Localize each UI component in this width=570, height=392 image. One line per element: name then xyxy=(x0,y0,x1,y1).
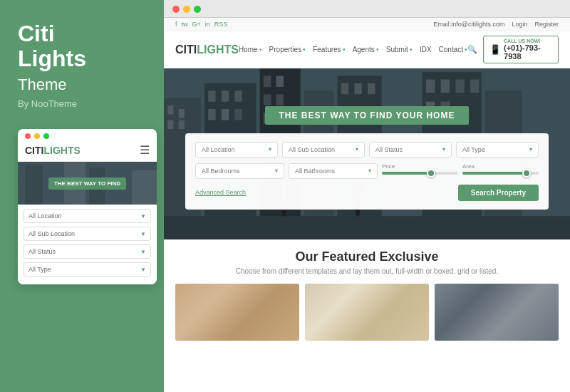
price-label: Price xyxy=(382,163,458,170)
googleplus-icon[interactable]: G+ xyxy=(192,21,201,28)
property-card-1[interactable] xyxy=(175,284,299,341)
website-content: f tw G+ in RSS Email:info@citilights.com… xyxy=(164,18,570,392)
phone-label: CALL US NOW! xyxy=(504,38,552,43)
mobile-status-arrow: ▼ xyxy=(140,249,146,255)
bathrooms-arrow: ▾ xyxy=(368,167,371,174)
mobile-logo-accent: LIGHTS xyxy=(43,145,80,156)
site-nav: Home ▾ Properties ▾ Features ▾ Agents ▾ … xyxy=(239,46,467,53)
area-range-thumb[interactable] xyxy=(522,169,531,177)
browser-chrome xyxy=(164,0,570,18)
property-grid xyxy=(175,284,559,341)
browser-dot-green xyxy=(194,6,201,13)
bedrooms-arrow: ▾ xyxy=(275,167,278,174)
nav-properties-label: Properties xyxy=(269,46,302,53)
nav-submit-label: Submit xyxy=(386,46,408,53)
nav-submit[interactable]: Submit ▾ xyxy=(386,46,413,53)
price-range-thumb[interactable] xyxy=(427,169,435,177)
site-logo: CITILIGHTS xyxy=(175,43,239,56)
header-search-icon[interactable]: 🔍 xyxy=(467,45,477,54)
area-range-group: Area xyxy=(462,163,539,179)
hero-content: THE BEST WAY TO FIND YOUR HOME All Locat… xyxy=(164,99,570,210)
featured-section: Our Featured Exclusive Choose from diffe… xyxy=(164,239,570,392)
mobile-nav: CITILIGHTS ☰ xyxy=(18,139,157,162)
mobile-hero-text: THE BEST WAY TO FIND xyxy=(48,177,126,190)
site-header: CITILIGHTS Home ▾ Properties ▾ Features … xyxy=(164,31,570,68)
mobile-hamburger-icon[interactable]: ☰ xyxy=(140,143,150,157)
mobile-location-label: All Location xyxy=(28,212,62,220)
area-range-track[interactable] xyxy=(462,172,539,175)
nav-idx[interactable]: IDX xyxy=(420,46,432,53)
nav-contact[interactable]: Contact ▾ xyxy=(439,46,467,53)
hero-section: THE BEST WAY TO FIND YOUR HOME All Locat… xyxy=(164,68,570,239)
nav-features[interactable]: Features ▾ xyxy=(313,46,345,53)
location-select[interactable]: All Location ▾ xyxy=(195,142,278,158)
topbar-left: f tw G+ in RSS xyxy=(175,21,227,28)
mobile-sublocation-label: All Sub Location xyxy=(28,230,75,237)
phone-icon: 📱 xyxy=(489,44,501,55)
property-card-3[interactable] xyxy=(435,284,559,341)
brand-by: By NooTheme xyxy=(18,98,146,109)
mobile-dot-yellow xyxy=(34,133,40,139)
type-arrow: ▾ xyxy=(529,146,532,153)
nav-agents-label: Agents xyxy=(353,46,375,53)
mobile-dot-green xyxy=(43,133,49,139)
nav-agents[interactable]: Agents ▾ xyxy=(353,46,379,53)
sublocation-select[interactable]: All Sub Location ▾ xyxy=(282,142,365,158)
type-label: All Type xyxy=(462,146,485,153)
site-header-right: 🔍 📱 CALL US NOW! (+01)-793-7938 xyxy=(467,36,559,63)
browser-dot-yellow xyxy=(183,6,190,13)
search-row-1: All Location ▾ All Sub Location ▾ All St… xyxy=(195,142,539,158)
twitter-icon[interactable]: tw xyxy=(182,21,188,28)
mobile-dot-red xyxy=(25,133,31,139)
advanced-search-link[interactable]: Advanced Search xyxy=(195,189,246,196)
featured-title: Our Featured Exclusive xyxy=(175,249,559,264)
mobile-location-select[interactable]: All Location ▼ xyxy=(24,209,151,223)
login-link[interactable]: Login xyxy=(512,21,527,28)
hero-tagline: THE BEST WAY TO FIND YOUR HOME xyxy=(265,106,470,125)
mobile-type-arrow: ▼ xyxy=(140,267,146,273)
topbar-email: Email:info@citilights.com xyxy=(433,21,504,28)
left-panel: CitiLights Theme By NooTheme CITILIGHTS … xyxy=(0,0,164,392)
mobile-form: All Location ▼ All Sub Location ▼ All St… xyxy=(18,205,157,284)
status-arrow: ▾ xyxy=(442,146,445,153)
nav-properties[interactable]: Properties ▾ xyxy=(269,46,306,53)
sublocation-arrow: ▾ xyxy=(356,146,358,153)
linkedin-icon[interactable]: in xyxy=(205,21,210,28)
mobile-browser-bar xyxy=(18,129,157,139)
rss-icon[interactable]: RSS xyxy=(214,21,228,28)
search-row-2: All Bedrooms ▾ All Bathrooms ▾ Price xyxy=(195,163,539,179)
brand-subtitle: Theme xyxy=(18,76,146,94)
property-card-2[interactable] xyxy=(305,284,429,341)
search-box: All Location ▾ All Sub Location ▾ All St… xyxy=(185,133,549,210)
site-topbar: f tw G+ in RSS Email:info@citilights.com… xyxy=(164,18,570,31)
mobile-type-select[interactable]: All Type ▼ xyxy=(24,262,151,277)
phone-box: 📱 CALL US NOW! (+01)-793-7938 xyxy=(483,36,559,63)
nav-properties-arrow: ▾ xyxy=(303,47,306,53)
status-select[interactable]: All Status ▾ xyxy=(369,142,452,158)
right-panel: f tw G+ in RSS Email:info@citilights.com… xyxy=(164,0,570,392)
price-range-track[interactable] xyxy=(382,172,458,175)
search-property-button[interactable]: Search Property xyxy=(458,185,539,201)
bedrooms-select[interactable]: All Bedrooms ▾ xyxy=(195,163,284,179)
price-range-group: Price xyxy=(382,163,458,179)
register-link[interactable]: Register xyxy=(534,21,559,28)
site-logo-accent: LIGHTS xyxy=(197,43,239,56)
mobile-status-select[interactable]: All Status ▼ xyxy=(24,244,151,259)
area-range-fill xyxy=(462,172,531,175)
type-select[interactable]: All Type ▾ xyxy=(456,142,539,158)
nav-submit-arrow: ▾ xyxy=(410,47,413,53)
location-arrow: ▾ xyxy=(269,146,271,153)
bathrooms-select[interactable]: All Bathrooms ▾ xyxy=(289,163,378,179)
mobile-logo: CITILIGHTS xyxy=(25,145,81,156)
sublocation-label: All Sub Location xyxy=(289,146,335,153)
facebook-icon[interactable]: f xyxy=(175,21,177,28)
mobile-type-label: All Type xyxy=(28,266,51,273)
status-label: All Status xyxy=(375,146,403,153)
nav-home[interactable]: Home ▾ xyxy=(239,46,262,53)
brand-name: CitiLights Theme By NooTheme xyxy=(18,21,146,109)
mobile-sublocation-select[interactable]: All Sub Location ▼ xyxy=(24,227,151,241)
property-image-3 xyxy=(435,284,559,341)
phone-number: (+01)-793-7938 xyxy=(504,43,552,61)
mobile-sublocation-arrow: ▼ xyxy=(140,231,146,237)
nav-contact-label: Contact xyxy=(439,46,463,53)
